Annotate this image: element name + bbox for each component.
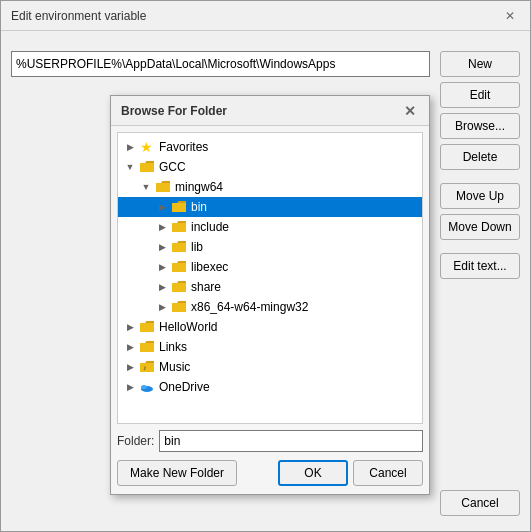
edit-button[interactable]: Edit bbox=[440, 82, 520, 108]
folder-icon-bin bbox=[170, 199, 188, 215]
bg-window-title: Edit environment variable bbox=[11, 9, 146, 23]
move-up-button[interactable]: Move Up bbox=[440, 183, 520, 209]
expand-arrow-libexec bbox=[154, 259, 170, 275]
tree-item-links[interactable]: Links bbox=[118, 337, 422, 357]
folder-close-icon[interactable]: ✕ bbox=[401, 102, 419, 120]
svg-point-2 bbox=[141, 385, 147, 389]
move-down-button[interactable]: Move Down bbox=[440, 214, 520, 240]
folder-titlebar: Browse For Folder ✕ bbox=[111, 96, 429, 126]
folder-icon-links bbox=[138, 339, 156, 355]
folder-icon-share bbox=[170, 279, 188, 295]
cancel-button[interactable]: Cancel bbox=[353, 460, 423, 486]
tree-label-onedrive: OneDrive bbox=[159, 380, 210, 394]
links-folder-svg bbox=[139, 340, 155, 354]
tree-item-share[interactable]: share bbox=[118, 277, 422, 297]
expand-arrow-helloworld bbox=[122, 319, 138, 335]
tree-label-share: share bbox=[191, 280, 221, 294]
tree-item-libexec[interactable]: libexec bbox=[118, 257, 422, 277]
path-input[interactable] bbox=[11, 51, 430, 77]
folder-buttons: Make New Folder OK Cancel bbox=[111, 456, 429, 494]
expand-arrow-links bbox=[122, 339, 138, 355]
folder-svg-mingw64 bbox=[155, 180, 171, 194]
folder-icon-include bbox=[170, 219, 188, 235]
folder-icon-favorites: ★ bbox=[138, 139, 156, 155]
tree-label-music: Music bbox=[159, 360, 190, 374]
folder-icon-mingw64 bbox=[154, 179, 172, 195]
browse-button[interactable]: Browse... bbox=[440, 113, 520, 139]
new-button[interactable]: New bbox=[440, 51, 520, 77]
folder-dialog-title: Browse For Folder bbox=[121, 104, 227, 118]
tree-item-include[interactable]: include bbox=[118, 217, 422, 237]
tree-label-helloworld: HelloWorld bbox=[159, 320, 217, 334]
folder-icon-onedrive bbox=[138, 379, 156, 395]
bg-cancel-button[interactable]: Cancel bbox=[440, 490, 520, 516]
tree-label-x86_64: x86_64-w64-mingw32 bbox=[191, 300, 308, 314]
folder-input-area: Folder: bbox=[111, 424, 429, 456]
tree-item-onedrive[interactable]: OneDrive bbox=[118, 377, 422, 397]
ok-button[interactable]: OK bbox=[278, 460, 348, 486]
expand-arrow-favorites bbox=[122, 139, 138, 155]
folder-svg-libexec bbox=[171, 260, 187, 274]
folder-tree-scroll[interactable]: ★FavoritesGCCmingw64binincludeliblibexec… bbox=[118, 133, 422, 423]
make-new-folder-button[interactable]: Make New Folder bbox=[117, 460, 237, 486]
expand-arrow-bin bbox=[154, 199, 170, 215]
folder-tree-area: ★FavoritesGCCmingw64binincludeliblibexec… bbox=[117, 132, 423, 424]
folder-svg-gcc bbox=[139, 160, 155, 174]
expand-arrow-lib bbox=[154, 239, 170, 255]
bg-close-icon[interactable]: ✕ bbox=[500, 6, 520, 26]
tree-item-lib[interactable]: lib bbox=[118, 237, 422, 257]
music-folder-svg: ♪ bbox=[139, 360, 155, 374]
tree-label-lib: lib bbox=[191, 240, 203, 254]
folder-svg-x86_64 bbox=[171, 300, 187, 314]
tree-item-favorites[interactable]: ★Favorites bbox=[118, 137, 422, 157]
folder-icon-lib bbox=[170, 239, 188, 255]
expand-arrow-music bbox=[122, 359, 138, 375]
tree-item-mingw64[interactable]: mingw64 bbox=[118, 177, 422, 197]
tree-item-gcc[interactable]: GCC bbox=[118, 157, 422, 177]
tree-label-gcc: GCC bbox=[159, 160, 186, 174]
tree-item-bin[interactable]: bin bbox=[118, 197, 422, 217]
delete-button[interactable]: Delete bbox=[440, 144, 520, 170]
svg-text:♪: ♪ bbox=[143, 364, 147, 371]
tree-item-x86_64[interactable]: x86_64-w64-mingw32 bbox=[118, 297, 422, 317]
folder-svg-share bbox=[171, 280, 187, 294]
folder-input[interactable] bbox=[159, 430, 423, 452]
onedrive-icon-svg bbox=[139, 380, 155, 394]
folder-icon-libexec bbox=[170, 259, 188, 275]
folder-icon-helloworld bbox=[138, 319, 156, 335]
tree-label-mingw64: mingw64 bbox=[175, 180, 223, 194]
bg-right-buttons: New Edit Browse... Delete Move Up Move D… bbox=[440, 51, 520, 279]
folder-svg-bin bbox=[171, 200, 187, 214]
folder-svg-include bbox=[171, 220, 187, 234]
expand-arrow-share bbox=[154, 279, 170, 295]
folder-icon-music: ♪ bbox=[138, 359, 156, 375]
folder-dialog: Browse For Folder ✕ ★FavoritesGCCmingw64… bbox=[110, 95, 430, 495]
tree-label-include: include bbox=[191, 220, 229, 234]
expand-arrow-x86_64 bbox=[154, 299, 170, 315]
tree-label-bin: bin bbox=[191, 200, 207, 214]
star-icon: ★ bbox=[140, 139, 153, 155]
edit-text-button[interactable]: Edit text... bbox=[440, 253, 520, 279]
folder-label: Folder: bbox=[117, 434, 154, 448]
expand-arrow-gcc bbox=[122, 159, 138, 175]
expand-arrow-onedrive bbox=[122, 379, 138, 395]
tree-label-links: Links bbox=[159, 340, 187, 354]
expand-arrow-include bbox=[154, 219, 170, 235]
folder-icon-gcc bbox=[138, 159, 156, 175]
folder-svg-lib bbox=[171, 240, 187, 254]
tree-item-helloworld[interactable]: HelloWorld bbox=[118, 317, 422, 337]
ok-cancel-buttons: OK Cancel bbox=[278, 460, 423, 486]
tree-label-libexec: libexec bbox=[191, 260, 228, 274]
tree-item-music[interactable]: ♪Music bbox=[118, 357, 422, 377]
folder-icon-x86_64 bbox=[170, 299, 188, 315]
bg-titlebar: Edit environment variable ✕ bbox=[1, 1, 530, 31]
folder-svg-helloworld bbox=[139, 320, 155, 334]
tree-label-favorites: Favorites bbox=[159, 140, 208, 154]
expand-arrow-mingw64 bbox=[138, 179, 154, 195]
